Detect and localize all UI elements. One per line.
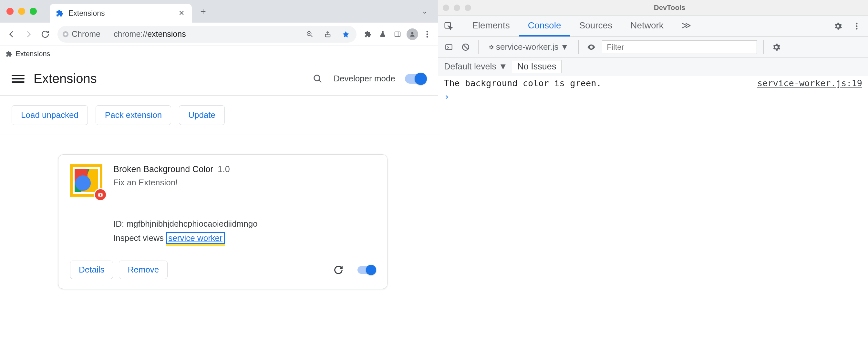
svg-point-16	[100, 194, 101, 196]
console-source-link[interactable]: service-worker.js:19	[757, 78, 862, 88]
devtools-menu-button[interactable]	[850, 20, 863, 32]
devtools-title: DevTools	[476, 4, 864, 12]
tab-sources[interactable]: Sources	[570, 16, 621, 36]
svg-point-6	[427, 31, 428, 32]
browser-tab-extensions[interactable]: Extensions ✕	[50, 4, 192, 23]
log-levels-label: Default levels	[444, 62, 496, 71]
puzzle-icon	[6, 51, 12, 57]
profile-button[interactable]	[406, 28, 418, 40]
omnibox-url: chrome://extensions	[114, 29, 186, 39]
developer-mode-toggle[interactable]	[405, 74, 426, 84]
settings-gear-icon[interactable]	[832, 20, 844, 32]
back-button[interactable]	[4, 27, 19, 41]
chrome-window: Extensions ✕ ＋ ⌄ Chrome	[0, 0, 438, 361]
developer-action-bar: Load unpacked Pack extension Update	[0, 96, 438, 135]
svg-point-20	[856, 28, 858, 29]
log-levels-selector[interactable]: Default levels ▼	[444, 62, 507, 72]
extension-enabled-toggle[interactable]	[358, 266, 376, 274]
console-prompt[interactable]: ›	[438, 90, 868, 103]
developer-mode-label: Developer mode	[334, 73, 395, 84]
window-close-button[interactable]	[6, 8, 13, 15]
search-icon[interactable]	[312, 73, 324, 85]
labs-flask-icon[interactable]	[376, 28, 389, 40]
extensions-page: Extensions Developer mode Load unpacked …	[0, 62, 438, 361]
url-path: extensions	[147, 29, 186, 38]
window-minimize-button[interactable]	[454, 4, 460, 11]
separator	[578, 40, 579, 54]
extension-name: Broken Background Color	[113, 164, 213, 174]
reload-button[interactable]	[38, 27, 52, 41]
chrome-menu-button[interactable]	[421, 28, 433, 40]
extensions-body: Broken Background Color 1.0 Fix an Exten…	[0, 135, 438, 308]
svg-point-19	[856, 25, 858, 27]
separator	[478, 40, 478, 54]
inspect-views-label: Inspect views	[113, 233, 164, 243]
omnibox[interactable]: Chrome chrome://extensions	[58, 26, 356, 42]
omnibox-site-chip: Chrome	[62, 29, 100, 39]
issues-button[interactable]: No Issues	[512, 60, 562, 73]
extension-description: Fix an Extension!	[113, 178, 376, 188]
update-button[interactable]: Update	[179, 105, 225, 125]
devtools-window: DevTools Elements Console Sources Networ…	[438, 0, 868, 361]
service-worker-link[interactable]: service worker	[166, 232, 225, 244]
toggle-console-sidebar-icon[interactable]	[443, 41, 455, 53]
puzzle-icon	[56, 9, 64, 18]
console-levels-bar: Default levels ▼ No Issues	[438, 58, 868, 76]
tab-title: Extensions	[68, 9, 173, 18]
console-toolbar: service-worker.js ▼	[438, 37, 868, 58]
execution-context-selector[interactable]: service-worker.js ▼	[485, 41, 572, 53]
chrome-top-chrome: Extensions ✕ ＋ ⌄ Chrome	[0, 0, 438, 46]
forward-button[interactable]	[21, 27, 35, 41]
devtools-tab-strip: Elements Console Sources Network ≫	[438, 16, 868, 37]
hamburger-menu-icon[interactable]	[11, 75, 25, 83]
svg-rect-21	[445, 44, 452, 50]
window-controls	[6, 8, 37, 15]
inspect-element-icon[interactable]	[438, 16, 459, 36]
svg-point-9	[314, 75, 320, 81]
window-zoom-button[interactable]	[465, 4, 471, 11]
extension-icon	[70, 164, 104, 198]
url-prefix: chrome://	[114, 29, 147, 38]
share-icon[interactable]	[321, 28, 334, 40]
side-panel-icon[interactable]	[392, 28, 404, 40]
window-minimize-button[interactable]	[18, 8, 25, 15]
browser-toolbar: Chrome chrome://extensions	[0, 23, 438, 46]
console-row: The background color is green. service-w…	[438, 76, 868, 90]
zoom-icon[interactable]	[304, 28, 316, 40]
window-zoom-button[interactable]	[30, 8, 37, 15]
close-tab-button[interactable]: ✕	[177, 9, 186, 18]
extension-id-value: mgfbhjnibhjdehcphiocaoiediidmngo	[126, 219, 257, 229]
svg-point-8	[427, 36, 428, 37]
devtools-titlebar: DevTools	[438, 0, 868, 16]
tab-strip: Extensions ✕ ＋ ⌄	[0, 0, 438, 23]
svg-point-7	[427, 33, 428, 35]
tab-console[interactable]: Console	[519, 16, 570, 36]
details-button[interactable]: Details	[70, 261, 113, 279]
error-badge-icon	[94, 188, 107, 201]
bookmark-star-icon[interactable]	[340, 28, 352, 40]
load-unpacked-button[interactable]: Load unpacked	[11, 105, 88, 125]
console-output: The background color is green. service-w…	[438, 76, 868, 361]
extensions-puzzle-icon[interactable]	[362, 28, 374, 40]
tab-overflow-button[interactable]: ⌄	[418, 5, 431, 18]
console-settings-gear-icon[interactable]	[770, 41, 782, 53]
avatar-icon	[407, 28, 418, 40]
reload-extension-button[interactable]	[332, 264, 345, 276]
page-title: Extensions	[34, 71, 97, 86]
svg-point-18	[856, 23, 858, 24]
new-tab-button[interactable]: ＋	[196, 4, 211, 19]
window-close-button[interactable]	[443, 4, 449, 11]
bookmarks-bar: Extensions	[0, 46, 438, 62]
tab-overflow[interactable]: ≫	[673, 16, 700, 36]
pack-extension-button[interactable]: Pack extension	[96, 105, 171, 125]
remove-button[interactable]: Remove	[119, 261, 167, 279]
clear-console-icon[interactable]	[460, 41, 472, 53]
bookmark-item-extensions[interactable]: Extensions	[16, 50, 51, 58]
live-expression-eye-icon[interactable]	[585, 41, 597, 53]
tab-network[interactable]: Network	[621, 16, 673, 36]
console-filter-input[interactable]	[602, 40, 757, 54]
omnibox-chip-label: Chrome	[72, 29, 100, 39]
svg-point-5	[411, 32, 414, 34]
extension-id-label: ID:	[113, 219, 124, 229]
tab-elements[interactable]: Elements	[463, 16, 519, 36]
